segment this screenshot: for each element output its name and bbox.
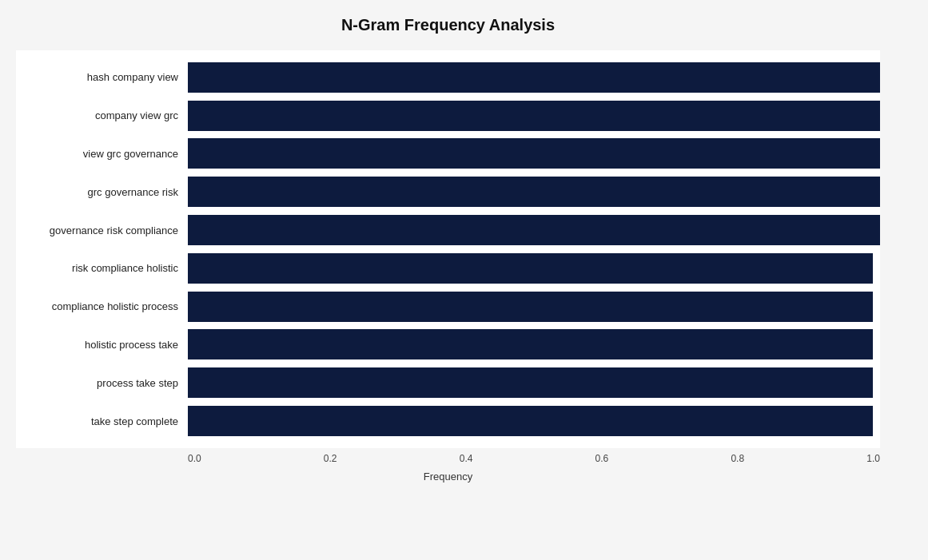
bar-track [188, 406, 880, 436]
bar-fill [188, 292, 873, 322]
bar-fill [188, 62, 880, 93]
bar-label: compliance holistic process [16, 300, 188, 312]
bar-track [188, 101, 880, 131]
bar-fill [188, 215, 880, 245]
bar-label: view grc governance [16, 148, 188, 160]
bar-fill [188, 101, 880, 131]
x-axis-container: 0.00.20.40.60.81.0 [16, 453, 880, 464]
bar-fill [188, 177, 880, 207]
bar-label: governance risk compliance [16, 224, 188, 236]
chart-area: hash company viewcompany view grcview gr… [16, 50, 880, 483]
bar-track [188, 253, 880, 284]
x-axis-tick: 0.4 [460, 453, 473, 464]
bar-fill [188, 138, 880, 169]
x-axis-labels: 0.00.20.40.60.81.0 [188, 453, 880, 464]
bar-label: holistic process take [16, 339, 188, 351]
bar-track [188, 367, 880, 398]
bars-section: hash company viewcompany view grcview gr… [16, 50, 880, 448]
x-axis-tick: 0.8 [731, 453, 744, 464]
bar-row: holistic process take [16, 326, 880, 364]
bar-row: take step complete [16, 402, 880, 440]
bar-label: grc governance risk [16, 186, 188, 198]
bar-track [188, 177, 880, 207]
chart-container: N-Gram Frequency Analysis hash company v… [0, 0, 928, 560]
bar-label: process take step [16, 377, 188, 389]
bar-row: compliance holistic process [16, 288, 880, 326]
bar-label: company view grc [16, 109, 188, 121]
x-axis-title: Frequency [16, 471, 880, 483]
bar-fill [188, 406, 873, 436]
bar-track [188, 138, 880, 169]
bar-track [188, 329, 880, 359]
x-axis-tick: 1.0 [866, 453, 880, 464]
bar-row: hash company view [16, 58, 880, 97]
bar-track [188, 215, 880, 245]
bar-label: hash company view [16, 71, 188, 83]
bar-fill [188, 329, 873, 359]
bar-row: grc governance risk [16, 173, 880, 211]
bar-row: risk compliance holistic [16, 249, 880, 288]
x-axis-tick: 0.0 [188, 453, 201, 464]
x-axis-tick: 0.6 [595, 453, 609, 464]
bar-label: risk compliance holistic [16, 262, 188, 274]
x-axis-tick: 0.2 [324, 453, 337, 464]
bar-track [188, 292, 880, 322]
bar-row: process take step [16, 363, 880, 402]
bar-fill [188, 367, 873, 398]
bar-track [188, 62, 880, 93]
bar-label: take step complete [16, 415, 188, 427]
chart-title: N-Gram Frequency Analysis [16, 16, 880, 34]
bar-row: governance risk compliance [16, 211, 880, 249]
bar-row: company view grc [16, 97, 880, 135]
bar-row: view grc governance [16, 135, 880, 173]
bar-fill [188, 253, 873, 284]
